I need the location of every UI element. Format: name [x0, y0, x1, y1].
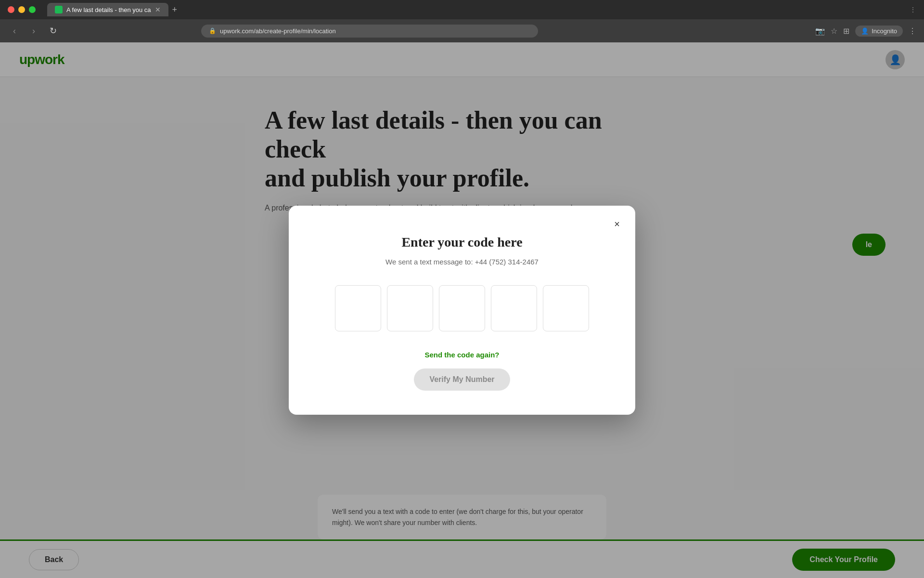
- verification-modal: × Enter your code here We sent a text me…: [289, 206, 635, 415]
- code-input-5[interactable]: [543, 285, 589, 331]
- address-text: upwork.com/ab/create-profile/min/locatio…: [220, 27, 336, 35]
- code-input-4[interactable]: [491, 285, 537, 331]
- more-options-icon[interactable]: ⋮: [909, 26, 916, 36]
- code-input-3[interactable]: [439, 285, 485, 331]
- forward-nav-button[interactable]: ›: [27, 24, 40, 38]
- modal-title: Enter your code here: [313, 235, 611, 250]
- page-content: upwork 👤 A few last details - then you c…: [0, 42, 924, 578]
- reload-button[interactable]: ↻: [46, 24, 60, 38]
- back-nav-button[interactable]: ‹: [8, 24, 21, 38]
- modal-close-button[interactable]: ×: [608, 215, 626, 233]
- incognito-badge: 👤 Incognito: [855, 26, 903, 37]
- extensions-icon[interactable]: ⊞: [843, 26, 849, 36]
- camera-icon[interactable]: 📷: [815, 26, 825, 36]
- tab-close-button[interactable]: ✕: [155, 6, 161, 13]
- lock-icon: 🔒: [209, 27, 216, 34]
- browser-toolbar: ‹ › ↻ 🔒 upwork.com/ab/create-profile/min…: [0, 19, 924, 42]
- toolbar-right: 📷 ☆ ⊞ 👤 Incognito ⋮: [815, 26, 916, 37]
- code-inputs-container: [313, 285, 611, 331]
- incognito-icon: 👤: [861, 27, 869, 35]
- minimize-window-button[interactable]: [18, 6, 25, 13]
- window-controls-right: ⋮: [910, 6, 916, 13]
- tab-favicon: [55, 6, 63, 13]
- code-input-2[interactable]: [387, 285, 433, 331]
- tab-title: A few last details - then you ca: [66, 6, 151, 13]
- browser-chrome: A few last details - then you ca ✕ + ⋮ ‹…: [0, 0, 924, 42]
- resend-code-link[interactable]: Send the code again?: [313, 351, 611, 359]
- active-tab[interactable]: A few last details - then you ca ✕: [47, 3, 168, 16]
- verify-number-button[interactable]: Verify My Number: [414, 368, 510, 391]
- browser-titlebar: A few last details - then you ca ✕ + ⋮: [0, 0, 924, 19]
- tab-bar: A few last details - then you ca ✕ +: [47, 3, 904, 16]
- address-bar[interactable]: 🔒 upwork.com/ab/create-profile/min/locat…: [201, 25, 538, 38]
- new-tab-button[interactable]: +: [172, 5, 178, 15]
- close-window-button[interactable]: [8, 6, 14, 13]
- star-icon[interactable]: ☆: [831, 26, 837, 36]
- modal-backdrop: × Enter your code here We sent a text me…: [0, 42, 924, 578]
- incognito-label: Incognito: [872, 27, 897, 35]
- code-input-1[interactable]: [335, 285, 381, 331]
- maximize-window-button[interactable]: [29, 6, 36, 13]
- close-icon: ×: [614, 219, 620, 230]
- modal-subtitle: We sent a text message to: +44 (752) 314…: [313, 258, 611, 266]
- traffic-lights: [8, 6, 36, 13]
